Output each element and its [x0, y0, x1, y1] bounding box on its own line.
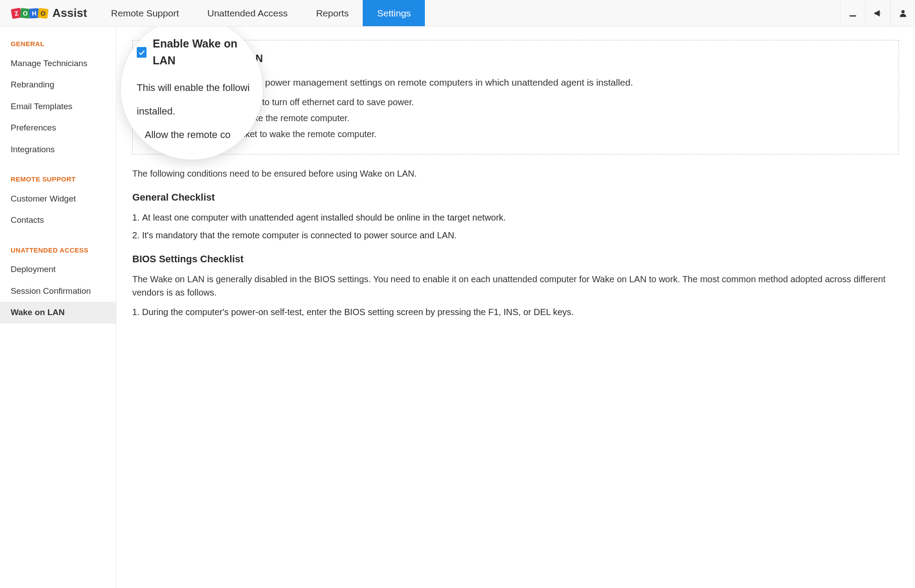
- enable-wol-list: Allow the remote computer to turn off et…: [154, 95, 887, 141]
- check-icon: [146, 55, 154, 63]
- content: Enable Wake on LAN This will enable the …: [116, 27, 915, 588]
- conditions-intro: The following conditions need to be ensu…: [132, 167, 899, 180]
- layout: GENERAL Manage Technicians Rebranding Em…: [0, 27, 915, 588]
- nav-label: Settings: [377, 6, 411, 20]
- sidebar-item-label: Contacts: [11, 215, 44, 225]
- nav-remote-support[interactable]: Remote Support: [97, 0, 193, 26]
- bios-list: During the computer's power-on self-test…: [142, 305, 899, 319]
- bios-intro: The Wake on LAN is generally disabled in…: [132, 272, 899, 299]
- primary-nav: Remote Support Unattended Access Reports…: [97, 0, 840, 26]
- enable-wol-row: Enable Wake on LAN: [144, 51, 887, 67]
- list-item: At least one computer with unattended ag…: [142, 211, 899, 224]
- sidebar-group-general: GENERAL Manage Technicians Rebranding Em…: [0, 35, 116, 160]
- sidebar-item-contacts[interactable]: Contacts: [0, 209, 116, 231]
- general-checklist-title: General Checklist: [132, 190, 899, 205]
- sidebar-item-wake-on-lan[interactable]: Wake on LAN: [0, 302, 116, 324]
- nav-settings[interactable]: Settings: [363, 0, 425, 26]
- nav-reports[interactable]: Reports: [302, 0, 363, 26]
- sidebar-group-remote-support: REMOTE SUPPORT Customer Widget Contacts: [0, 170, 116, 231]
- sidebar-item-customer-widget[interactable]: Customer Widget: [0, 188, 116, 210]
- download-icon[interactable]: [840, 0, 865, 26]
- topbar-right: [840, 0, 915, 26]
- brand: Z O H O Assist: [0, 0, 97, 26]
- general-checklist: At least one computer with unattended ag…: [142, 211, 899, 242]
- sidebar-item-label: Integrations: [11, 145, 55, 154]
- enable-wol-checkbox[interactable]: [144, 53, 155, 64]
- sidebar-group-title: GENERAL: [0, 35, 116, 53]
- sidebar-item-label: Preferences: [11, 123, 56, 132]
- sidebar-item-session-confirmation[interactable]: Session Confirmation: [0, 280, 116, 302]
- enable-wol-panel: Enable Wake on LAN This will enable the …: [132, 40, 899, 154]
- sidebar-item-manage-technicians[interactable]: Manage Technicians: [0, 53, 116, 75]
- sidebar-item-label: Email Templates: [11, 102, 72, 111]
- sidebar-item-preferences[interactable]: Preferences: [0, 117, 116, 139]
- enable-wol-label: Enable Wake on LAN: [161, 51, 263, 67]
- sidebar-item-label: Customer Widget: [11, 194, 76, 203]
- sidebar-item-label: Manage Technicians: [11, 59, 87, 68]
- zoho-logo-icon: Z O H O: [12, 8, 47, 18]
- sidebar-item-label: Rebranding: [11, 80, 54, 89]
- sidebar-item-email-templates[interactable]: Email Templates: [0, 96, 116, 118]
- announcement-icon[interactable]: [865, 0, 890, 26]
- sidebar: GENERAL Manage Technicians Rebranding Em…: [0, 27, 116, 588]
- bios-checklist-title: BIOS Settings Checklist: [132, 252, 899, 266]
- list-item: Allow the remote computer to turn off et…: [154, 95, 887, 109]
- list-item: Allow ethernet card to wake the remote c…: [154, 111, 887, 125]
- sidebar-group-unattended-access: UNATTENDED ACCESS Deployment Session Con…: [0, 241, 116, 324]
- nav-unattended-access[interactable]: Unattended Access: [193, 0, 302, 26]
- sidebar-item-label: Session Confirmation: [11, 286, 91, 296]
- brand-name: Assist: [52, 4, 87, 22]
- nav-label: Remote Support: [111, 6, 179, 20]
- user-icon[interactable]: [890, 0, 915, 26]
- list-item: During the computer's power-on self-test…: [142, 305, 899, 319]
- sidebar-item-label: Wake on LAN: [11, 308, 65, 317]
- sidebar-item-label: Deployment: [11, 264, 55, 274]
- enable-wol-description: This will enable the following power man…: [144, 75, 887, 90]
- sidebar-group-title: REMOTE SUPPORT: [0, 170, 116, 188]
- sidebar-item-integrations[interactable]: Integrations: [0, 139, 116, 161]
- list-item: It's mandatory that the remote computer …: [142, 229, 899, 242]
- sidebar-group-title: UNATTENDED ACCESS: [0, 241, 116, 259]
- list-item: Only allow a magic packet to wake the re…: [154, 127, 887, 141]
- topbar: Z O H O Assist Remote Support Unattended…: [0, 0, 915, 27]
- sidebar-item-deployment[interactable]: Deployment: [0, 259, 116, 280]
- nav-label: Unattended Access: [207, 6, 288, 20]
- sidebar-item-rebranding[interactable]: Rebranding: [0, 74, 116, 96]
- nav-label: Reports: [316, 6, 349, 20]
